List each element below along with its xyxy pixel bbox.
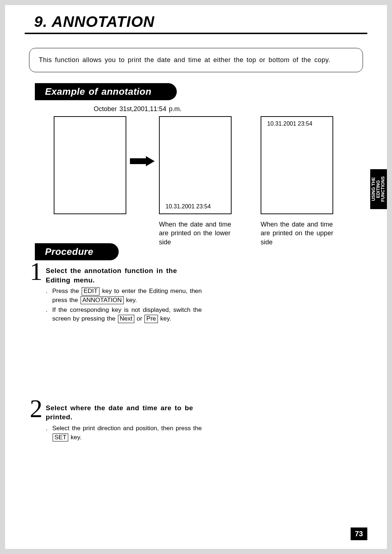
pre-key: Pre xyxy=(144,315,158,323)
text: key. xyxy=(158,315,171,322)
text: key. xyxy=(124,297,137,304)
annotation-key: ANNOTATION xyxy=(81,296,124,304)
edit-key: EDIT xyxy=(82,287,99,295)
caption-lower: When the date and time are printed on th… xyxy=(159,220,235,247)
arrow-right-icon xyxy=(130,156,155,166)
caption-upper: When the date and time are printed on th… xyxy=(261,220,337,247)
example-upper-annotation-page: 10.31.2001 23:54 xyxy=(261,116,333,214)
procedure-area: 1 Select the annotation function in the … xyxy=(25,266,367,442)
example-lower-annotation-page: 10.31.2001 23:54 xyxy=(159,116,232,214)
text: Press the xyxy=(52,288,81,294)
stamp-lower: 10.31.2001 23:54 xyxy=(166,203,211,210)
example-date-label: October 31st,2001,11:54 p.m. xyxy=(94,105,181,113)
step-1: 1 Select the annotation function in the … xyxy=(46,266,202,323)
step-2-title: Select where the date and time are to be… xyxy=(46,403,202,422)
page-number: 73 xyxy=(351,527,367,540)
step-1-bullet-1: . Press the EDIT key to enter the Editin… xyxy=(46,287,202,305)
stamp-upper: 10.31.2001 23:54 xyxy=(267,121,313,127)
example-original-page xyxy=(54,116,126,214)
step-2-number: 2 xyxy=(30,396,42,421)
section-procedure-heading: Procedure xyxy=(35,243,119,260)
example-area: October 31st,2001,11:54 p.m. 10.31.2001 … xyxy=(25,105,367,243)
section-example-heading: Example of annotation xyxy=(35,83,177,100)
step-1-number: 1 xyxy=(30,259,42,284)
step-1-bullet-2: . If the corresponding key is not displa… xyxy=(46,306,202,323)
set-key: SET xyxy=(53,433,68,441)
step-1-title: Select the annotation function in the Ed… xyxy=(46,266,202,285)
title-bar: 9. ANNOTATION xyxy=(25,13,367,34)
page-title: 9. ANNOTATION xyxy=(34,13,367,30)
step-2: 2 Select where the date and time are to … xyxy=(46,403,202,442)
text: key. xyxy=(69,434,82,441)
text: Select the print direction and position,… xyxy=(52,425,202,432)
next-key: Next xyxy=(118,315,134,323)
chapter-side-tab: USING THE EDITING FUNCTIONS xyxy=(370,169,387,209)
side-tab-line-3: FUNCTIONS xyxy=(381,176,386,202)
intro-box: This function allows you to print the da… xyxy=(29,48,363,72)
text: or xyxy=(135,315,144,322)
step-2-bullet-1: . Select the print direction and positio… xyxy=(46,424,202,442)
